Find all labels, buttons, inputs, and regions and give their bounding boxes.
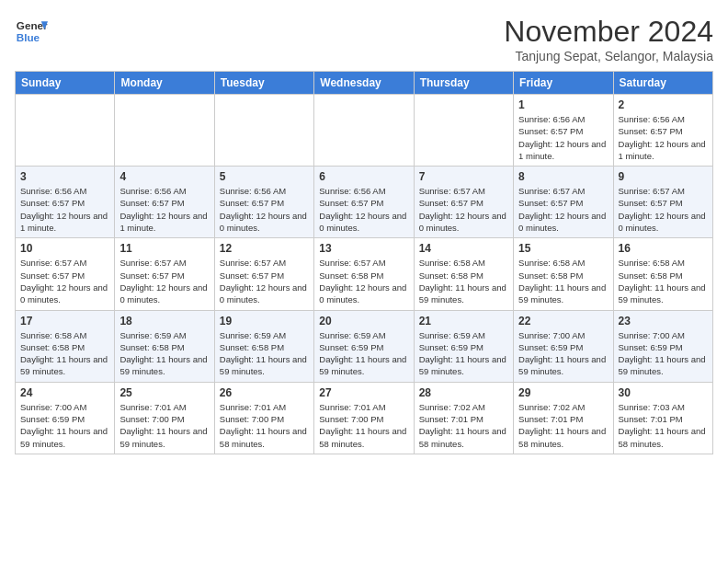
calendar-cell: 14Sunrise: 6:58 AM Sunset: 6:58 PM Dayli… — [414, 238, 513, 310]
calendar-cell: 26Sunrise: 7:01 AM Sunset: 7:00 PM Dayli… — [214, 382, 313, 454]
month-title: November 2024 — [504, 15, 713, 49]
calendar-week-5: 24Sunrise: 7:00 AM Sunset: 6:59 PM Dayli… — [16, 382, 713, 454]
day-number: 11 — [119, 242, 209, 255]
day-info: Sunrise: 6:57 AM Sunset: 6:57 PM Dayligh… — [220, 257, 309, 305]
calendar-cell: 18Sunrise: 6:59 AM Sunset: 6:58 PM Dayli… — [115, 310, 214, 382]
day-number: 27 — [319, 386, 408, 399]
day-info: Sunrise: 6:56 AM Sunset: 6:57 PM Dayligh… — [119, 185, 209, 234]
day-number: 21 — [419, 315, 508, 327]
day-number: 19 — [220, 315, 309, 327]
day-info: Sunrise: 7:01 AM Sunset: 7:00 PM Dayligh… — [220, 401, 309, 450]
day-number: 7 — [419, 170, 508, 183]
calendar-cell: 4Sunrise: 6:56 AM Sunset: 6:57 PM Daylig… — [115, 167, 214, 238]
day-info: Sunrise: 6:56 AM Sunset: 6:57 PM Dayligh… — [20, 185, 109, 234]
calendar-cell: 10Sunrise: 6:57 AM Sunset: 6:57 PM Dayli… — [16, 238, 115, 310]
day-number: 20 — [319, 315, 408, 327]
calendar-cell — [16, 95, 115, 167]
calendar-cell: 2Sunrise: 6:56 AM Sunset: 6:57 PM Daylig… — [613, 95, 712, 167]
weekday-header-row: SundayMondayTuesdayWednesdayThursdayFrid… — [16, 72, 713, 95]
day-number: 26 — [220, 386, 309, 399]
day-number: 15 — [518, 242, 608, 255]
svg-text:Blue: Blue — [17, 31, 40, 43]
weekday-saturday: Saturday — [613, 72, 712, 95]
day-number: 30 — [619, 386, 708, 399]
day-info: Sunrise: 7:01 AM Sunset: 7:00 PM Dayligh… — [119, 401, 209, 450]
calendar-cell — [314, 95, 414, 167]
calendar-week-3: 10Sunrise: 6:57 AM Sunset: 6:57 PM Dayli… — [16, 238, 713, 310]
day-info: Sunrise: 6:57 AM Sunset: 6:57 PM Dayligh… — [619, 185, 708, 234]
day-info: Sunrise: 6:56 AM Sunset: 6:57 PM Dayligh… — [518, 113, 608, 162]
calendar-cell: 13Sunrise: 6:57 AM Sunset: 6:58 PM Dayli… — [314, 238, 414, 310]
calendar-cell: 1Sunrise: 6:56 AM Sunset: 6:57 PM Daylig… — [514, 95, 613, 167]
day-number: 6 — [319, 170, 408, 183]
calendar-cell: 8Sunrise: 6:57 AM Sunset: 6:57 PM Daylig… — [514, 167, 613, 238]
day-info: Sunrise: 7:00 AM Sunset: 6:59 PM Dayligh… — [619, 329, 708, 378]
day-info: Sunrise: 6:57 AM Sunset: 6:57 PM Dayligh… — [419, 185, 508, 234]
weekday-monday: Monday — [115, 72, 214, 95]
weekday-tuesday: Tuesday — [214, 72, 313, 95]
day-info: Sunrise: 7:02 AM Sunset: 7:01 PM Dayligh… — [419, 401, 508, 450]
day-number: 5 — [220, 170, 309, 183]
day-info: Sunrise: 6:59 AM Sunset: 6:58 PM Dayligh… — [119, 329, 209, 378]
calendar-week-4: 17Sunrise: 6:58 AM Sunset: 6:58 PM Dayli… — [16, 310, 713, 382]
day-info: Sunrise: 6:56 AM Sunset: 6:57 PM Dayligh… — [220, 185, 309, 234]
calendar-cell: 24Sunrise: 7:00 AM Sunset: 6:59 PM Dayli… — [16, 382, 115, 454]
day-info: Sunrise: 6:58 AM Sunset: 6:58 PM Dayligh… — [619, 257, 708, 305]
calendar-cell: 5Sunrise: 6:56 AM Sunset: 6:57 PM Daylig… — [214, 167, 313, 238]
calendar-cell: 22Sunrise: 7:00 AM Sunset: 6:59 PM Dayli… — [514, 310, 613, 382]
day-info: Sunrise: 6:58 AM Sunset: 6:58 PM Dayligh… — [20, 329, 109, 378]
weekday-sunday: Sunday — [16, 72, 115, 95]
calendar-week-1: 1Sunrise: 6:56 AM Sunset: 6:57 PM Daylig… — [16, 95, 713, 167]
day-number: 22 — [518, 315, 608, 327]
day-info: Sunrise: 6:57 AM Sunset: 6:58 PM Dayligh… — [319, 257, 408, 305]
calendar-cell: 9Sunrise: 6:57 AM Sunset: 6:57 PM Daylig… — [613, 167, 712, 238]
day-number: 2 — [619, 98, 708, 111]
day-number: 24 — [20, 386, 109, 399]
day-info: Sunrise: 6:57 AM Sunset: 6:57 PM Dayligh… — [119, 257, 209, 305]
day-info: Sunrise: 6:57 AM Sunset: 6:57 PM Dayligh… — [518, 185, 608, 234]
day-number: 1 — [518, 98, 608, 111]
calendar-cell: 16Sunrise: 6:58 AM Sunset: 6:58 PM Dayli… — [613, 238, 712, 310]
day-number: 28 — [419, 386, 508, 399]
weekday-wednesday: Wednesday — [314, 72, 414, 95]
day-number: 9 — [619, 170, 708, 183]
day-info: Sunrise: 6:59 AM Sunset: 6:58 PM Dayligh… — [220, 329, 309, 378]
day-number: 23 — [619, 315, 708, 327]
calendar-cell: 11Sunrise: 6:57 AM Sunset: 6:57 PM Dayli… — [115, 238, 214, 310]
calendar-cell — [115, 95, 214, 167]
calendar-cell: 27Sunrise: 7:01 AM Sunset: 7:00 PM Dayli… — [314, 382, 414, 454]
day-info: Sunrise: 6:59 AM Sunset: 6:59 PM Dayligh… — [419, 329, 508, 378]
day-info: Sunrise: 6:58 AM Sunset: 6:58 PM Dayligh… — [419, 257, 508, 305]
day-info: Sunrise: 7:01 AM Sunset: 7:00 PM Dayligh… — [319, 401, 408, 450]
calendar-cell: 23Sunrise: 7:00 AM Sunset: 6:59 PM Dayli… — [613, 310, 712, 382]
day-number: 14 — [419, 242, 508, 255]
calendar-cell: 25Sunrise: 7:01 AM Sunset: 7:00 PM Dayli… — [115, 382, 214, 454]
weekday-friday: Friday — [514, 72, 613, 95]
calendar-cell: 20Sunrise: 6:59 AM Sunset: 6:59 PM Dayli… — [314, 310, 414, 382]
day-number: 25 — [119, 386, 209, 399]
weekday-thursday: Thursday — [414, 72, 513, 95]
calendar-table: SundayMondayTuesdayWednesdayThursdayFrid… — [15, 71, 713, 454]
calendar-cell: 28Sunrise: 7:02 AM Sunset: 7:01 PM Dayli… — [414, 382, 513, 454]
calendar-cell: 12Sunrise: 6:57 AM Sunset: 6:57 PM Dayli… — [214, 238, 313, 310]
day-number: 8 — [518, 170, 608, 183]
calendar-cell — [214, 95, 313, 167]
page-header: General Blue November 2024 Tanjung Sepat… — [15, 15, 713, 63]
title-block: November 2024 Tanjung Sepat, Selangor, M… — [504, 15, 713, 63]
location: Tanjung Sepat, Selangor, Malaysia — [504, 49, 713, 63]
day-info: Sunrise: 6:56 AM Sunset: 6:57 PM Dayligh… — [319, 185, 408, 234]
day-number: 16 — [619, 242, 708, 255]
day-number: 17 — [20, 315, 109, 327]
calendar-week-2: 3Sunrise: 6:56 AM Sunset: 6:57 PM Daylig… — [16, 167, 713, 238]
day-number: 12 — [220, 242, 309, 255]
calendar-cell — [414, 95, 513, 167]
day-info: Sunrise: 7:02 AM Sunset: 7:01 PM Dayligh… — [518, 401, 608, 450]
calendar-cell: 15Sunrise: 6:58 AM Sunset: 6:58 PM Dayli… — [514, 238, 613, 310]
day-info: Sunrise: 6:56 AM Sunset: 6:57 PM Dayligh… — [619, 113, 708, 162]
day-number: 4 — [119, 170, 209, 183]
day-info: Sunrise: 7:00 AM Sunset: 6:59 PM Dayligh… — [518, 329, 608, 378]
day-info: Sunrise: 6:59 AM Sunset: 6:59 PM Dayligh… — [319, 329, 408, 378]
calendar-cell: 7Sunrise: 6:57 AM Sunset: 6:57 PM Daylig… — [414, 167, 513, 238]
day-number: 13 — [319, 242, 408, 255]
day-info: Sunrise: 7:03 AM Sunset: 7:01 PM Dayligh… — [619, 401, 708, 450]
